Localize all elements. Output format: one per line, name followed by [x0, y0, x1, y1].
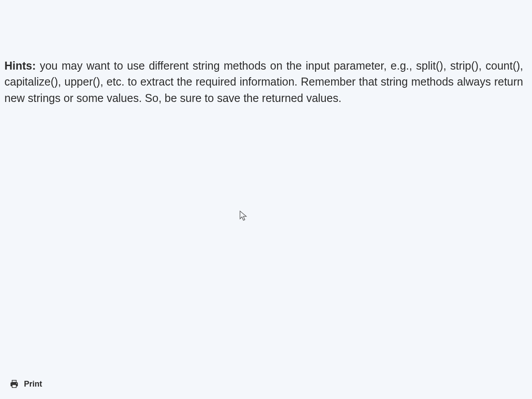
printer-icon: [9, 379, 20, 389]
svg-rect-1: [12, 385, 16, 387]
svg-rect-0: [12, 380, 16, 383]
hints-text: you may want to use different string met…: [4, 59, 523, 104]
print-button[interactable]: Print: [9, 379, 42, 389]
main-content: Hints: you may want to use different str…: [0, 0, 532, 106]
cursor-icon: [239, 211, 247, 221]
hints-heading: Hints:: [4, 59, 36, 72]
svg-point-2: [16, 383, 17, 384]
hints-paragraph: Hints: you may want to use different str…: [4, 58, 523, 106]
print-label: Print: [24, 379, 42, 389]
